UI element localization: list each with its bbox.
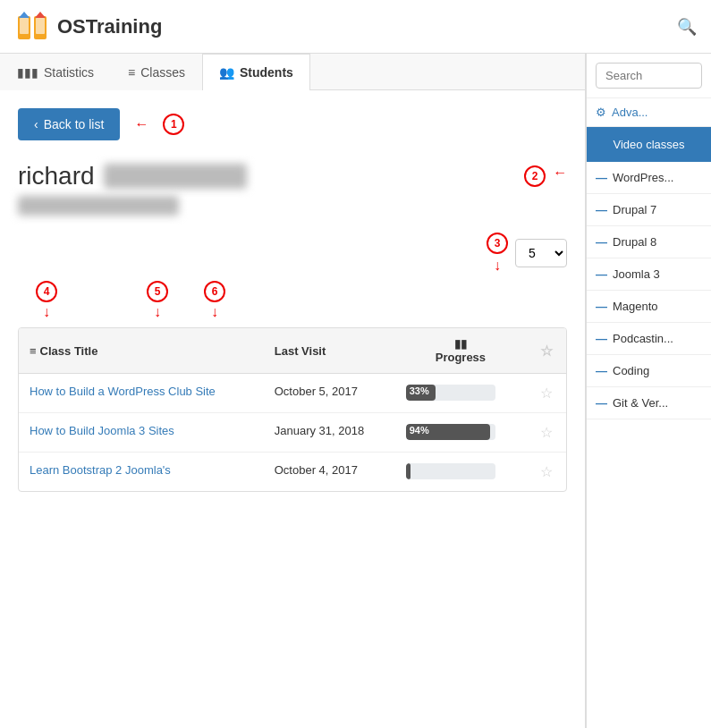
star-icon-1[interactable]: ☆ [540, 425, 553, 440]
annotation-arrow-1: ← [134, 116, 148, 132]
class-link-0[interactable]: How to Build a WordPress Club Site [30, 385, 216, 398]
star-icon-2[interactable]: ☆ [540, 464, 553, 479]
progress-fill-2 [406, 463, 411, 479]
back-row: ‹ Back to list ← 1 [18, 108, 567, 140]
tabs: ▮▮▮ Statistics ≡ Classes 👥 Students [0, 54, 585, 90]
left-panel: ▮▮▮ Statistics ≡ Classes 👥 Students ‹ Ba… [0, 54, 586, 728]
tab-students[interactable]: 👥 Students [202, 54, 310, 90]
main-layout: ▮▮▮ Statistics ≡ Classes 👥 Students ‹ Ba… [0, 54, 711, 728]
sidebar-item-drupal8[interactable]: — Drupal 8 [587, 226, 711, 258]
annotation-arrow-5: ↓ [154, 304, 161, 320]
battery-icon: ▮▮ [454, 337, 467, 351]
progress-label-1: 94% [410, 425, 429, 436]
svg-marker-5 [35, 12, 46, 18]
svg-marker-4 [19, 12, 30, 18]
user-email-blurred-text [18, 196, 179, 216]
user-email-blurred [18, 190, 247, 218]
tab-classes[interactable]: ≡ Classes [111, 54, 202, 90]
annotation-arrow-2: → [553, 165, 567, 182]
cell-progress-2 [395, 453, 526, 492]
cell-last-visit-0: October 5, 2017 [264, 374, 395, 413]
sidebar-item-coding[interactable]: — Coding [587, 355, 711, 387]
cell-class-title-0: How to Build a WordPress Club Site [19, 374, 264, 413]
sidebar-item-magento[interactable]: — Magento [587, 291, 711, 323]
gear-icon: ⚙ [596, 106, 606, 119]
dash-icon: — [596, 332, 607, 345]
video-classes-button[interactable]: Video classes [587, 127, 711, 162]
header: OSTraining 🔍 [0, 0, 711, 54]
annotation-3: 3 [487, 233, 508, 254]
annotation-4: 4 [36, 281, 57, 302]
per-page-select[interactable]: 5 10 25 50 [515, 239, 567, 267]
cell-last-visit-2: October 4, 2017 [264, 453, 395, 492]
annotation-2-row: 2 → [524, 165, 567, 187]
cell-class-title-2: Learn Bootstrap 2 Joomla's [19, 453, 264, 492]
cell-star-0: ☆ [526, 374, 566, 413]
sidebar-item-wordpress[interactable]: — WordPres... [587, 162, 711, 194]
cell-star-2: ☆ [526, 453, 566, 492]
search-box [587, 54, 711, 98]
svg-rect-3 [36, 18, 45, 34]
th-last-visit: Last Visit [264, 328, 395, 374]
cell-last-visit-1: January 31, 2018 [264, 413, 395, 453]
logo-icon [14, 9, 50, 45]
cell-progress-1: 94% [395, 413, 526, 453]
user-info: richard 2 → [18, 162, 567, 218]
svg-rect-2 [20, 18, 29, 34]
logo-text: OSTraining [57, 15, 162, 38]
table-row: How to Build Joomla 3 Sites January 31, … [19, 413, 566, 453]
column-annotations: 4 ↓ 5 ↓ 6 ↓ [18, 281, 567, 320]
annotation-arrow-3: ↓ [494, 258, 501, 274]
annotation-6-group: 6 ↓ [204, 281, 225, 320]
annotation-4-group: 4 ↓ [36, 281, 57, 320]
sidebar-item-drupal7[interactable]: — Drupal 7 [587, 194, 711, 226]
cell-class-title-1: How to Build Joomla 3 Sites [19, 413, 264, 453]
th-star: ☆ ← 7 [526, 328, 566, 374]
sidebar-item-podcasting[interactable]: — Podcastin... [587, 323, 711, 355]
dash-icon: — [596, 267, 607, 281]
user-name: richard [18, 162, 95, 190]
user-name-row: richard [18, 162, 247, 190]
classes-table: ≡ Class Title Last Visit ▮▮ Progress [19, 328, 566, 491]
table-header-row: ≡ Class Title Last Visit ▮▮ Progress [19, 328, 566, 374]
annotation-3-group: 3 ↓ [487, 233, 508, 274]
advanced-search-link[interactable]: ⚙ Adva... [587, 98, 711, 127]
tab-statistics[interactable]: ▮▮▮ Statistics [0, 54, 111, 90]
table-row: Learn Bootstrap 2 Joomla's October 4, 20… [19, 453, 566, 492]
dash-icon: — [596, 300, 607, 313]
right-panel: ⚙ Adva... Video classes — WordPres... — … [586, 54, 711, 728]
class-link-1[interactable]: How to Build Joomla 3 Sites [30, 424, 174, 437]
user-surname-blurred [104, 164, 247, 189]
bar-chart-icon: ▮▮▮ [17, 65, 38, 80]
th-progress: ▮▮ Progress [395, 328, 526, 374]
dash-icon: — [596, 235, 607, 249]
logo: OSTraining [14, 9, 162, 45]
sidebar-item-git[interactable]: — Git & Ver... [587, 387, 711, 419]
annotation-2: 2 [524, 165, 546, 187]
annotation-6: 6 [204, 281, 225, 302]
classes-table-container: ≡ Class Title Last Visit ▮▮ Progress [18, 327, 567, 492]
users-icon: 👥 [219, 65, 234, 80]
annotation-arrow-4: ↓ [43, 304, 50, 320]
dash-icon: — [596, 396, 607, 410]
annotation-1: 1 [163, 114, 184, 135]
class-link-2[interactable]: Learn Bootstrap 2 Joomla's [30, 463, 171, 477]
annotation-5: 5 [147, 281, 168, 302]
progress-label-0: 33% [410, 385, 429, 396]
back-to-list-button[interactable]: ‹ Back to list [18, 108, 120, 140]
star-header-icon[interactable]: ☆ [540, 343, 553, 359]
list-icon: ≡ [128, 65, 135, 80]
cell-star-1: ☆ [526, 413, 566, 453]
annotation-5-group: 5 ↓ [147, 281, 168, 320]
dash-icon: — [596, 203, 607, 216]
sidebar-item-joomla3[interactable]: — Joomla 3 [587, 258, 711, 291]
table-row: How to Build a WordPress Club Site Octob… [19, 374, 566, 413]
annotation-arrow-6: ↓ [211, 304, 218, 320]
chevron-left-icon: ‹ [34, 117, 38, 131]
th-class-title: ≡ Class Title [19, 328, 264, 374]
header-search-icon[interactable]: 🔍 [677, 17, 697, 37]
star-icon-0[interactable]: ☆ [540, 385, 553, 401]
per-page-row: 3 ↓ 5 10 25 50 [18, 233, 567, 274]
content-area: ‹ Back to list ← 1 richard [0, 90, 585, 510]
search-input[interactable] [596, 63, 702, 89]
